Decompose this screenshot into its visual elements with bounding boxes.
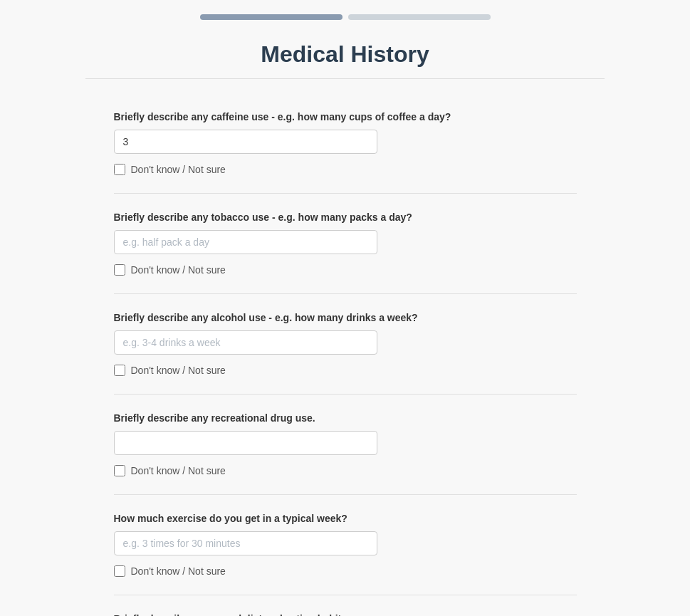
diet-section: Briefly describe your usual diet and eat… [114,595,577,616]
caffeine-section: Briefly describe any caffeine use - e.g.… [114,93,577,194]
exercise-checkbox-row: Don't know / Not sure [114,565,577,577]
drugs-checkbox-row: Don't know / Not sure [114,465,577,476]
page-title: Medical History [14,27,676,78]
exercise-section: How much exercise do you get in a typica… [114,495,577,595]
tobacco-label: Briefly describe any tobacco use - e.g. … [114,212,577,223]
progress-bar-container [14,0,676,27]
tobacco-checkbox-label[interactable]: Don't know / Not sure [131,264,226,276]
caffeine-checkbox[interactable] [114,164,125,175]
exercise-label: How much exercise do you get in a typica… [114,513,577,524]
caffeine-input[interactable] [114,130,377,154]
alcohol-label: Briefly describe any alcohol use - e.g. … [114,312,577,323]
tobacco-input[interactable] [114,230,377,254]
alcohol-input[interactable] [114,330,377,355]
drugs-checkbox[interactable] [114,465,125,476]
caffeine-label: Briefly describe any caffeine use - e.g.… [114,111,577,122]
alcohol-checkbox-label[interactable]: Don't know / Not sure [131,365,226,376]
drugs-checkbox-label[interactable]: Don't know / Not sure [131,465,226,476]
caffeine-checkbox-label[interactable]: Don't know / Not sure [131,164,226,175]
form-container: Briefly describe any caffeine use - e.g.… [114,79,577,616]
alcohol-checkbox-row: Don't know / Not sure [114,365,577,376]
exercise-input[interactable] [114,531,377,555]
tobacco-checkbox-row: Don't know / Not sure [114,264,577,276]
progress-bar-2 [348,14,491,20]
diet-label: Briefly describe your usual diet and eat… [114,613,577,616]
alcohol-section: Briefly describe any alcohol use - e.g. … [114,294,577,395]
drugs-input[interactable] [114,431,377,455]
progress-bar-1 [200,14,343,20]
exercise-checkbox[interactable] [114,565,125,577]
drugs-label: Briefly describe any recreational drug u… [114,412,577,424]
tobacco-checkbox[interactable] [114,264,125,276]
tobacco-section: Briefly describe any tobacco use - e.g. … [114,194,577,294]
drugs-section: Briefly describe any recreational drug u… [114,395,577,495]
exercise-checkbox-label[interactable]: Don't know / Not sure [131,565,226,577]
caffeine-checkbox-row: Don't know / Not sure [114,164,577,175]
alcohol-checkbox[interactable] [114,365,125,376]
page-container: Medical History Briefly describe any caf… [0,0,690,616]
